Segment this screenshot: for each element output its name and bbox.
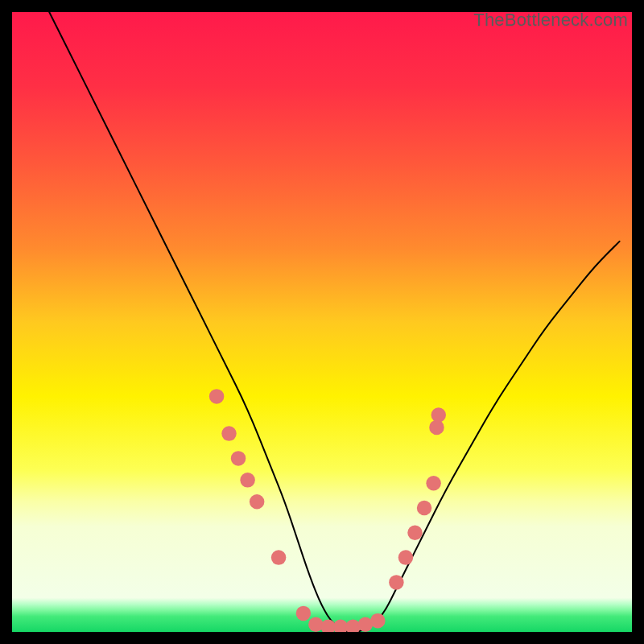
data-marker bbox=[308, 617, 323, 632]
data-marker bbox=[221, 426, 236, 440]
chart-background bbox=[12, 12, 632, 632]
bottleneck-chart bbox=[12, 12, 632, 632]
data-marker bbox=[240, 473, 254, 487]
data-marker bbox=[407, 526, 422, 540]
data-marker bbox=[426, 476, 440, 490]
data-marker bbox=[389, 575, 403, 589]
data-marker bbox=[417, 501, 431, 515]
data-marker bbox=[370, 613, 385, 628]
data-marker bbox=[231, 451, 246, 465]
data-marker bbox=[431, 407, 446, 422]
watermark-text: TheBottleneck.com bbox=[473, 10, 628, 31]
data-marker bbox=[209, 389, 224, 403]
data-marker bbox=[296, 606, 311, 621]
data-marker bbox=[250, 494, 264, 509]
data-marker bbox=[271, 550, 286, 564]
chart-container: TheBottleneck.com bbox=[0, 0, 644, 644]
data-marker bbox=[398, 550, 413, 564]
